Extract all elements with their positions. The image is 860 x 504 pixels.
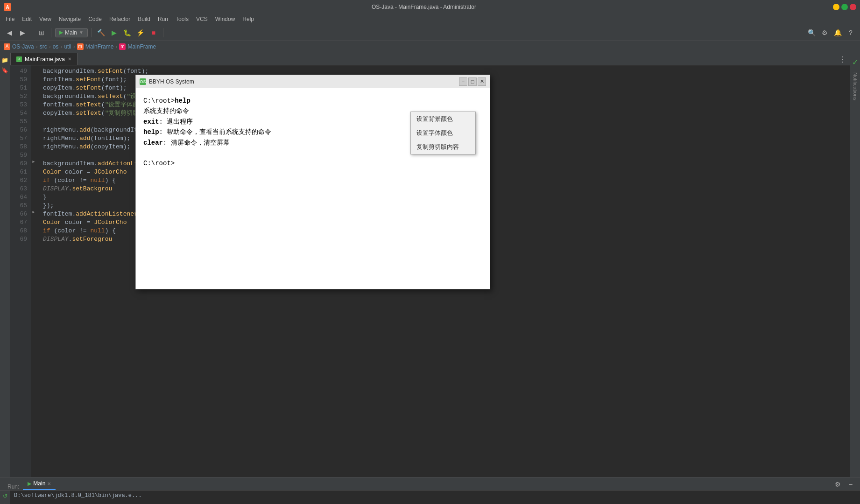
left-sidebar: 📁 🔖 bbox=[0, 52, 10, 477]
dialog-content: C:\root>help 系统支持的命令 exit: 退出程序 help: 帮助… bbox=[136, 88, 490, 289]
toolbar-right: 🔍 ⚙ 🔔 ? bbox=[806, 27, 856, 38]
line-numbers: 49 50 51 52 53 54 55 56 57 58 59 60 61 6… bbox=[10, 65, 31, 477]
toolbar-sep-2 bbox=[51, 28, 51, 37]
sidebar-bookmark-icon[interactable]: 🔖 bbox=[1, 66, 9, 75]
breadcrumb-mainframe-2[interactable]: MainFrame bbox=[127, 43, 156, 50]
window-controls bbox=[833, 4, 856, 10]
tab-bar: J MainFrame.java ✕ ⋮ bbox=[10, 52, 850, 65]
project-icon: A bbox=[4, 43, 10, 50]
breadcrumb-project[interactable]: OS-Java bbox=[12, 43, 34, 50]
title-bar: A OS-Java - MainFrame.java - Administrat… bbox=[0, 0, 860, 14]
rerun-icon[interactable]: ↺ bbox=[1, 492, 9, 500]
menu-build[interactable]: Build bbox=[134, 15, 154, 23]
context-menu-item-bg[interactable]: 设置背景颜色 bbox=[411, 112, 475, 126]
breadcrumb-mainframe-1[interactable]: MainFrame bbox=[85, 43, 114, 50]
run-with-coverage[interactable]: ⚡ bbox=[135, 27, 146, 38]
project-structure-button[interactable]: ⊞ bbox=[36, 27, 47, 38]
dialog-maximize[interactable]: □ bbox=[468, 77, 477, 86]
dialog-close[interactable]: ✕ bbox=[478, 77, 486, 86]
run-output: D:\software\jdk1.8.0_181\bin\java.e... bbox=[10, 490, 860, 504]
menu-navigate[interactable]: Navigate bbox=[55, 15, 85, 23]
run-panel-content: ↺ ▲ 🔧 ▼ ≡ ■ 📷 ⚙ 🔄 🗑 D:\software\jdk1.8.0… bbox=[0, 490, 860, 504]
run-label: Run: bbox=[4, 483, 23, 490]
tab-label: MainFrame.java bbox=[25, 56, 65, 63]
close-button[interactable] bbox=[850, 4, 856, 10]
notifications-button[interactable]: 🔔 bbox=[832, 27, 843, 38]
menu-bar: File Edit View Navigate Code Refactor Bu… bbox=[0, 14, 860, 24]
run-tab-main[interactable]: ▶ Main ✕ bbox=[23, 478, 56, 490]
title-text: OS-Java - MainFrame.java - Administrator bbox=[15, 4, 833, 10]
dialog-controls: − □ ✕ bbox=[459, 77, 486, 86]
toolbar: ◀ ▶ ⊞ ▶ Main ▼ 🔨 ▶ 🐛 ⚡ ■ 🔍 ⚙ 🔔 ? bbox=[0, 24, 860, 41]
back-button[interactable]: ◀ bbox=[4, 27, 15, 38]
run-button[interactable]: ▶ bbox=[109, 27, 120, 38]
breadcrumb-util[interactable]: util bbox=[64, 43, 71, 50]
menu-file[interactable]: File bbox=[2, 15, 18, 23]
dialog-title-text: BBYH OS System bbox=[149, 78, 456, 85]
search-everywhere[interactable]: 🔍 bbox=[806, 27, 817, 38]
context-menu-item-copy[interactable]: 复制剪切版内容 bbox=[411, 140, 475, 154]
help-button[interactable]: ? bbox=[845, 27, 856, 38]
run-output-line: D:\software\jdk1.8.0_181\bin\java.e... bbox=[14, 492, 856, 499]
toolbar-sep-4 bbox=[163, 28, 163, 37]
run-settings-button[interactable]: ⚙ bbox=[832, 479, 843, 490]
run-up-icon[interactable]: ▲ bbox=[1, 501, 9, 504]
menu-view[interactable]: View bbox=[35, 15, 55, 23]
toolbar-sep-3 bbox=[92, 28, 92, 37]
inspection-icon[interactable]: ✓ bbox=[850, 56, 860, 69]
notifications-label[interactable]: Notifications bbox=[852, 69, 859, 104]
run-config-dropdown[interactable]: ▶ Main ▼ bbox=[55, 28, 88, 37]
build-button[interactable]: 🔨 bbox=[96, 27, 107, 38]
menu-edit[interactable]: Edit bbox=[18, 15, 35, 23]
sidebar-project-icon[interactable]: 📁 bbox=[1, 56, 9, 64]
tab-close-button[interactable]: ✕ bbox=[68, 56, 71, 62]
run-tab-close[interactable]: ✕ bbox=[47, 481, 51, 486]
menu-tools[interactable]: Tools bbox=[172, 15, 192, 23]
breadcrumb: A OS-Java › src › os › util › m MainFram… bbox=[0, 41, 860, 52]
dialog-minimize[interactable]: − bbox=[459, 77, 467, 86]
bbyh-os-dialog[interactable]: OS BBYH OS System − □ ✕ C:\root>help 系统支… bbox=[135, 75, 490, 289]
debug-button[interactable]: 🐛 bbox=[122, 27, 133, 38]
right-sidebar: ✓ Notifications bbox=[850, 52, 860, 477]
dialog-title-bar: OS BBYH OS System − □ ✕ bbox=[136, 75, 490, 88]
forward-button[interactable]: ▶ bbox=[17, 27, 28, 38]
toolbar-sep-1 bbox=[32, 28, 32, 37]
maximize-button[interactable] bbox=[841, 4, 848, 10]
terminal-line-1: C:\root>help bbox=[143, 96, 482, 106]
run-panel-controls: ⚙ − bbox=[832, 479, 856, 490]
menu-window[interactable]: Window bbox=[211, 15, 239, 23]
settings-button[interactable]: ⚙ bbox=[819, 27, 830, 38]
dialog-context-menu: 设置背景颜色 设置字体颜色 复制剪切版内容 bbox=[410, 112, 476, 154]
tab-mainframe[interactable]: J MainFrame.java ✕ bbox=[10, 53, 78, 65]
dialog-icon: OS bbox=[140, 78, 146, 85]
fold-gutter: ▸ ▸ bbox=[31, 65, 37, 477]
context-menu-item-font[interactable]: 设置字体颜色 bbox=[411, 126, 475, 140]
class-icon-1: m bbox=[77, 43, 84, 50]
run-tab-bar: Run: ▶ Main ✕ ⚙ − bbox=[0, 477, 860, 490]
class-icon-2: m bbox=[119, 43, 126, 50]
run-toolbar: ↺ ▲ 🔧 ▼ ≡ ■ 📷 ⚙ 🔄 🗑 bbox=[0, 490, 10, 504]
breadcrumb-os[interactable]: os bbox=[53, 43, 59, 50]
breadcrumb-src[interactable]: src bbox=[40, 43, 47, 50]
run-minimize-button[interactable]: − bbox=[845, 479, 856, 490]
terminal-line-7: C:\root> bbox=[143, 158, 482, 168]
app-icon: A bbox=[4, 3, 11, 11]
menu-run[interactable]: Run bbox=[154, 15, 172, 23]
tab-options-button[interactable]: ⋮ bbox=[837, 54, 848, 65]
minimize-button[interactable] bbox=[833, 4, 839, 10]
menu-refactor[interactable]: Refactor bbox=[106, 15, 134, 23]
tab-file-icon: J bbox=[16, 56, 22, 62]
menu-help[interactable]: Help bbox=[239, 15, 258, 23]
stop-button[interactable]: ■ bbox=[148, 27, 159, 38]
menu-code[interactable]: Code bbox=[85, 15, 106, 23]
bottom-panel: Run: ▶ Main ✕ ⚙ − ↺ ▲ 🔧 ▼ ≡ ■ 📷 ⚙ 🔄 🗑 bbox=[0, 477, 860, 504]
menu-vcs[interactable]: VCS bbox=[192, 15, 211, 23]
